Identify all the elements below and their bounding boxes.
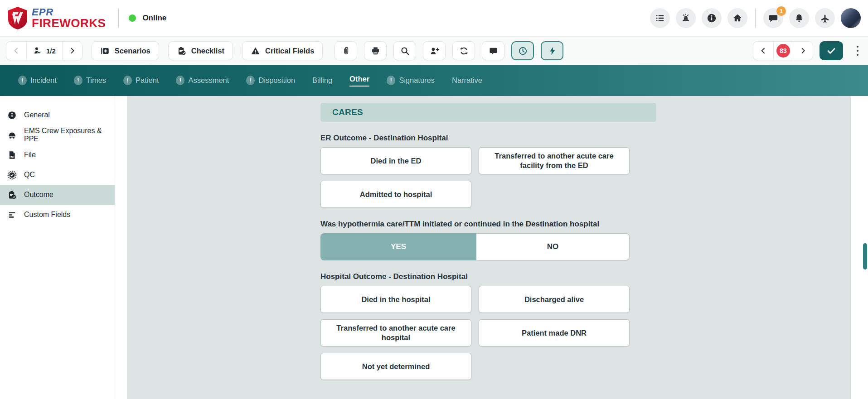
print-button[interactable] <box>364 41 387 60</box>
scenarios-icon <box>100 46 110 56</box>
tab-other[interactable]: Other <box>349 75 369 87</box>
tab-times[interactable]: ! Times <box>74 76 106 85</box>
issue-count-cell[interactable]: 83 <box>773 42 793 60</box>
tab-incident[interactable]: ! Incident <box>18 76 57 85</box>
quality-seal-icon <box>7 170 17 180</box>
chat-button[interactable]: 1 <box>763 8 783 28</box>
scenarios-button[interactable]: Scenarios <box>92 41 159 60</box>
section-tabs: ! Incident ! Times ! Patient ! Assessmen… <box>0 65 868 96</box>
svg-text:PDF: PDF <box>10 156 15 158</box>
issue-count-badge: 83 <box>776 44 790 58</box>
alert-icon: ! <box>74 76 82 85</box>
sidebar-item-ems-crew-exposures-ppe[interactable]: EMS Crew Exposures & PPE <box>0 125 115 145</box>
home-button[interactable] <box>727 8 747 28</box>
main-content: CARES ER Outcome - Destination Hospital … <box>115 96 868 399</box>
home-icon <box>732 13 742 23</box>
chat-badge: 1 <box>776 6 786 16</box>
pager-prev-button[interactable] <box>6 42 26 60</box>
check-icon <box>826 45 837 56</box>
tab-patient[interactable]: ! Patient <box>123 76 159 85</box>
clipboard-check-icon <box>7 190 17 200</box>
option-discharged-alive[interactable]: Discharged alive <box>479 286 630 313</box>
sidebar-item-custom-fields[interactable]: Custom Fields <box>0 205 115 225</box>
pager-next-button[interactable] <box>62 42 82 60</box>
option-admitted-to-hospital[interactable]: Admitted to hospital <box>320 181 471 208</box>
cares-section-header: CARES <box>320 103 656 122</box>
hypothermia-yes-button[interactable]: YES <box>320 233 476 260</box>
sidebar-item-label: Outcome <box>24 191 53 199</box>
airplane-icon <box>820 13 830 23</box>
app-logo: EPR FIREWORKS <box>7 6 106 30</box>
tab-assessment[interactable]: ! Assessment <box>176 76 229 85</box>
siren-button[interactable] <box>676 8 696 28</box>
validate-button[interactable] <box>820 41 843 60</box>
warning-icon <box>251 46 260 56</box>
option-transferred-to-acute-care-hospital[interactable]: Transferred to another acute care hospit… <box>320 319 471 346</box>
print-icon <box>371 46 380 56</box>
flight-mode-button[interactable] <box>815 8 835 28</box>
notifications-button[interactable] <box>789 8 809 28</box>
record-toolbar: 1/2 Scenarios Checklist <box>0 36 868 65</box>
option-patient-made-dnr[interactable]: Patient made DNR <box>479 319 630 346</box>
quick-actions-button[interactable] <box>541 41 563 60</box>
patient-pager: 1/2 <box>6 41 82 60</box>
info-button[interactable] <box>702 8 722 28</box>
subsection-sidebar: General EMS Crew Exposures & PPE PDF Fil… <box>0 96 115 399</box>
checklist-label: Checklist <box>191 47 224 55</box>
option-not-yet-determined[interactable]: Not yet determined <box>320 353 471 380</box>
vertical-scrollbar-thumb[interactable] <box>863 243 867 269</box>
pager-current-patient[interactable]: 1/2 <box>26 42 62 60</box>
info-icon <box>707 13 717 23</box>
attachments-button[interactable] <box>335 41 357 60</box>
bell-icon <box>794 13 804 23</box>
er-outcome-label: ER Outcome - Destination Hospital <box>320 134 630 143</box>
patient-icon <box>33 46 42 55</box>
comments-button[interactable] <box>482 41 504 60</box>
add-person-button[interactable] <box>423 41 446 60</box>
alert-icon: ! <box>18 76 27 85</box>
option-transferred-from-ed[interactable]: Transferred to another acute care facili… <box>479 147 630 174</box>
alert-icon: ! <box>123 76 132 85</box>
alert-icon: ! <box>387 76 395 85</box>
sidebar-item-outcome[interactable]: Outcome <box>0 185 115 205</box>
sync-button[interactable] <box>452 41 475 60</box>
logo-epr-text: EPR <box>32 7 106 17</box>
siren-icon <box>681 13 691 23</box>
time-log-button[interactable] <box>511 41 534 60</box>
attachment-icon <box>341 46 351 56</box>
sidebar-item-label: File <box>24 151 36 159</box>
checklist-icon <box>177 46 186 56</box>
sidebar-item-file[interactable]: PDF File <box>0 145 115 165</box>
clock-icon <box>518 46 528 56</box>
sidebar-item-general[interactable]: General <box>0 105 115 125</box>
alert-icon: ! <box>176 76 184 85</box>
issue-next-button[interactable] <box>793 42 813 60</box>
critical-fields-button[interactable]: Critical Fields <box>242 41 323 60</box>
tab-signatures[interactable]: ! Signatures <box>387 76 435 85</box>
scenarios-label: Scenarios <box>115 47 150 55</box>
kebab-menu-button[interactable] <box>853 43 862 59</box>
tab-billing[interactable]: Billing <box>312 76 332 85</box>
sidebar-item-qc[interactable]: QC <box>0 165 115 185</box>
sidebar-item-label: Custom Fields <box>24 211 70 219</box>
alert-icon: ! <box>246 76 255 85</box>
checklist-button[interactable]: Checklist <box>168 41 233 60</box>
pdf-file-icon: PDF <box>7 150 17 160</box>
topbar-icons-divider <box>755 8 756 28</box>
top-bar: EPR FIREWORKS Online <box>0 0 868 36</box>
issue-pager: 83 <box>753 41 813 60</box>
hypothermia-no-button[interactable]: NO <box>476 233 630 260</box>
tab-disposition[interactable]: ! Disposition <box>246 76 295 85</box>
avatar[interactable] <box>841 8 861 28</box>
option-died-in-the-hospital[interactable]: Died in the hospital <box>320 286 471 313</box>
issue-prev-button[interactable] <box>753 42 773 60</box>
tab-narrative[interactable]: Narrative <box>452 76 482 85</box>
menu-list-button[interactable] <box>650 8 670 28</box>
helmet-icon <box>7 130 17 140</box>
er-outcome-options: Died in the ED Transferred to another ac… <box>320 147 630 208</box>
search-button[interactable] <box>393 41 416 60</box>
option-died-in-the-ed[interactable]: Died in the ED <box>320 147 471 174</box>
menu-list-icon <box>655 13 665 23</box>
hospital-outcome-options: Died in the hospital Discharged alive Tr… <box>320 286 630 380</box>
bolt-icon <box>548 46 557 56</box>
